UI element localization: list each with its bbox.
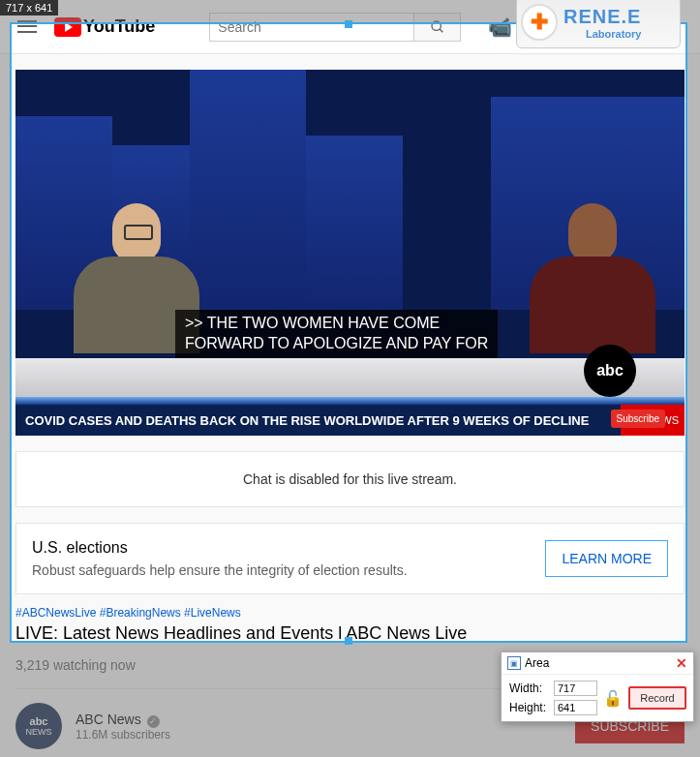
verified-badge-icon: ✓ (147, 715, 160, 728)
area-window-icon: ▣ (507, 656, 521, 670)
channel-watermark[interactable]: Subscribe (611, 409, 665, 428)
renee-watermark: ✚ RENE.E Laboratory (516, 0, 681, 48)
area-panel-title: Area (525, 656, 549, 670)
search-icon (430, 19, 445, 35)
selection-size-label: 717 x 641 (0, 0, 58, 15)
subscriber-count: 11.6M subscribers (76, 728, 170, 742)
svg-line-1 (440, 29, 442, 32)
hashtags[interactable]: #ABCNewsLive #BreakingNews #LiveNews (15, 606, 685, 620)
chat-disabled-notice: Chat is disabled for this live stream. (15, 451, 685, 507)
renee-subtitle: Laboratory (563, 28, 641, 40)
learn-more-button[interactable]: LEARN MORE (545, 540, 668, 577)
area-panel[interactable]: ▣ Area ✕ Width: 🔓 Record Height: (501, 651, 694, 722)
youtube-wordmark: YouTube (83, 16, 155, 37)
video-player[interactable]: >> THE TWO WOMEN HAVE COME FORWARD TO AP… (15, 70, 685, 436)
renee-title: RENE.E (563, 6, 641, 28)
video-title: LIVE: Latest News Headlines and Events l… (15, 623, 685, 644)
renee-cross-icon: ✚ (521, 4, 558, 41)
channel-avatar[interactable]: abc NEWS (15, 703, 62, 749)
watching-count: 3,219 watching now (15, 657, 136, 673)
height-input[interactable] (554, 700, 597, 715)
svg-point-0 (432, 21, 441, 30)
lock-aspect-icon[interactable]: 🔓 (603, 689, 623, 708)
upload-icon[interactable]: 📹 (488, 15, 512, 39)
election-info-card: U.S. elections Robust safeguards help en… (15, 523, 685, 594)
channel-name[interactable]: ABC News ✓ (76, 712, 170, 728)
youtube-logo[interactable]: YouTube (54, 16, 155, 37)
hamburger-menu-icon[interactable] (15, 15, 39, 39)
youtube-play-icon (54, 17, 81, 37)
closed-caption: >> THE TWO WOMEN HAVE COME FORWARD TO AP… (175, 310, 498, 358)
info-card-title: U.S. elections (32, 539, 408, 557)
info-card-desc: Robust safeguards help ensure the integr… (32, 562, 408, 578)
width-input[interactable] (554, 681, 597, 696)
search-button[interactable] (414, 13, 461, 42)
close-icon[interactable]: ✕ (676, 655, 687, 671)
record-button[interactable]: Record (628, 686, 686, 710)
search-bar (209, 13, 461, 42)
abc-logo-icon: abc (584, 345, 636, 397)
anchor-right (530, 203, 655, 358)
news-ticker: COVID CASES AND DEATHS BACK ON THE RISE … (15, 405, 685, 436)
width-label: Width: (509, 681, 550, 695)
height-label: Height: (509, 701, 550, 714)
search-input[interactable] (209, 13, 414, 42)
